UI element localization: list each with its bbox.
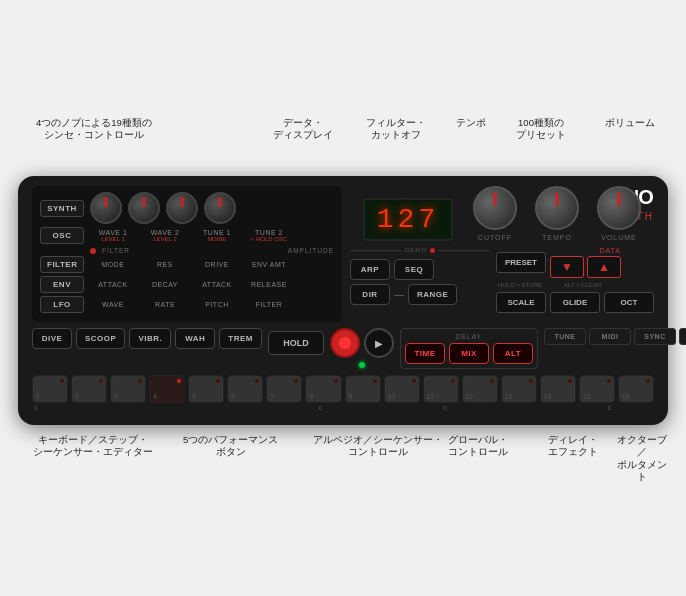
dive-btn[interactable]: DIVE (32, 328, 72, 349)
pad-14[interactable]: 14 (540, 375, 576, 403)
pad-12[interactable]: 12 (462, 375, 498, 403)
controls-grid: DEMO ARP SEQ DIR — R (350, 247, 654, 313)
pad-9-led (373, 379, 377, 383)
arp-btn[interactable]: ARP (350, 259, 390, 280)
pad-note-11: C (443, 405, 447, 411)
play-icon: ▶ (375, 338, 383, 349)
osc-param-3-label: TUNE 1 (203, 229, 231, 236)
arp-seq-section: DEMO ARP SEQ DIR — R (350, 247, 490, 313)
pad-2-number: 2 (75, 393, 79, 400)
filter-param-2: RES (142, 261, 188, 268)
delay-alt-btn[interactable]: ALT (493, 343, 533, 364)
label-cutoff-top: フィルター・ カットオフ (366, 117, 426, 142)
tempo-knob[interactable] (535, 186, 579, 230)
label-octave-bottom: オクターブ／ ポルタメント (616, 434, 668, 483)
scoop-btn[interactable]: SCOOP (76, 328, 125, 349)
vibr-btn[interactable]: VIBR. (129, 328, 171, 349)
trem-btn[interactable]: TREM (219, 328, 262, 349)
pad-9[interactable]: 9 (345, 375, 381, 403)
env-param-2: DECAY (142, 281, 188, 288)
pad-15[interactable]: 15 (579, 375, 615, 403)
env-btn[interactable]: ENV (40, 276, 84, 293)
cutoff-knob[interactable] (473, 186, 517, 230)
display-area: 127 CUTOFF TEMPO VOLUME (350, 186, 654, 241)
filter-btn[interactable]: FILTER (40, 256, 84, 273)
pad-13[interactable]: 13 (501, 375, 537, 403)
filter-param-4: ENV AMT (246, 261, 292, 268)
pad-1-number: 1 (36, 393, 40, 400)
knob-1-group (90, 192, 122, 224)
pad-9-number: 9 (349, 393, 353, 400)
data-up-btn[interactable]: ▲ (587, 256, 621, 278)
dir-btn[interactable]: DIR (350, 284, 390, 305)
filter-envamt-label: ENV AMT (252, 261, 286, 268)
range-btn[interactable]: RANGE (408, 284, 457, 305)
env-param-1: ATTACK (90, 281, 136, 288)
hold-btn[interactable]: HOLD (268, 331, 324, 355)
preset-btn[interactable]: PRESET (496, 252, 546, 273)
delay-section: DELAY TIME MIX ALT (400, 328, 538, 369)
pad-10[interactable]: 10 (384, 375, 420, 403)
play-btn[interactable]: ▶ (364, 328, 394, 358)
pad-6-led (255, 379, 259, 383)
midi-btn[interactable]: MIDI (589, 328, 631, 345)
pad-1[interactable]: 1 (32, 375, 68, 403)
metr-btn[interactable]: METR. (679, 328, 686, 345)
pad-8[interactable]: 8 (305, 375, 341, 403)
volume-knob[interactable] (597, 186, 641, 230)
pad-14-led (568, 379, 572, 383)
pad-11[interactable]: 11 (423, 375, 459, 403)
oct-btn[interactable]: OCT (604, 292, 654, 313)
env-decay-label: DECAY (152, 281, 178, 288)
filter-mode-label: MODE (102, 261, 125, 268)
scale-btn[interactable]: SCALE (496, 292, 546, 313)
osc-btn[interactable]: OSC (40, 227, 84, 244)
lfo-filter-label: FILTER (256, 301, 283, 308)
pads-row: 1 2 3 4 5 (32, 375, 654, 403)
synth-knobs-row: SYNTH (40, 192, 334, 224)
lfo-row: LFO WAVE RATE PITCH FILTER (40, 296, 334, 313)
display-block: 127 (363, 198, 453, 241)
amplitude-header: AMPLITUDE (288, 247, 334, 254)
label-delay-bottom: ディレイ・ エフェクト (548, 434, 598, 459)
pad-2[interactable]: 2 (71, 375, 107, 403)
label-display: データ・ ディスプレイ (273, 117, 333, 142)
left-panel: SYNTH (32, 186, 342, 322)
wah-btn[interactable]: WAH (175, 328, 215, 349)
pad-4[interactable]: 4 (149, 375, 185, 403)
dash-label: — (394, 289, 404, 300)
pad-16[interactable]: 16 (618, 375, 654, 403)
env-attack1-label: ATTACK (98, 281, 128, 288)
rec-btn[interactable] (330, 328, 360, 358)
top-section: SYNTH (32, 186, 654, 322)
volume-label: VOLUME (601, 234, 637, 241)
cutoff-knob-group: CUTOFF (473, 186, 517, 241)
transport-section: ▶ (330, 328, 394, 368)
green-led-row (330, 362, 394, 368)
pad-5[interactable]: 5 (188, 375, 224, 403)
delay-time-btn[interactable]: TIME (405, 343, 445, 364)
tune-btn[interactable]: TUNE (544, 328, 586, 345)
knob-3[interactable] (166, 192, 198, 224)
glide-btn[interactable]: GLIDE (550, 292, 600, 313)
pad-6[interactable]: 6 (227, 375, 263, 403)
knob-1[interactable] (90, 192, 122, 224)
pad-7[interactable]: 7 (266, 375, 302, 403)
seq-btn[interactable]: SEQ (394, 259, 434, 280)
pad-note-8: C (319, 405, 323, 411)
data-down-btn[interactable]: ▼ (550, 256, 584, 278)
delay-mix-btn[interactable]: MIX (449, 343, 489, 364)
knob-4[interactable] (204, 192, 236, 224)
label-preset-top: 100種類の プリセット (516, 117, 566, 142)
env-release-label: RELEASE (251, 281, 287, 288)
pad-3[interactable]: 3 (110, 375, 146, 403)
delay-row: TIME MIX ALT (405, 343, 533, 364)
osc-param-1-sublabel: LEVEL 1 (101, 236, 124, 242)
pad-6-number: 6 (231, 393, 235, 400)
pad-5-led (216, 379, 220, 383)
osc-param-3: TUNE 1 NOISE (194, 229, 240, 242)
sync-btn[interactable]: SYNC (634, 328, 676, 345)
lfo-btn[interactable]: LFO (40, 296, 84, 313)
knob-2[interactable] (128, 192, 160, 224)
osc-params: WAVE 1 LEVEL 1 WAVE 2 LEVEL 2 TUNE 1 NOI… (84, 229, 334, 242)
